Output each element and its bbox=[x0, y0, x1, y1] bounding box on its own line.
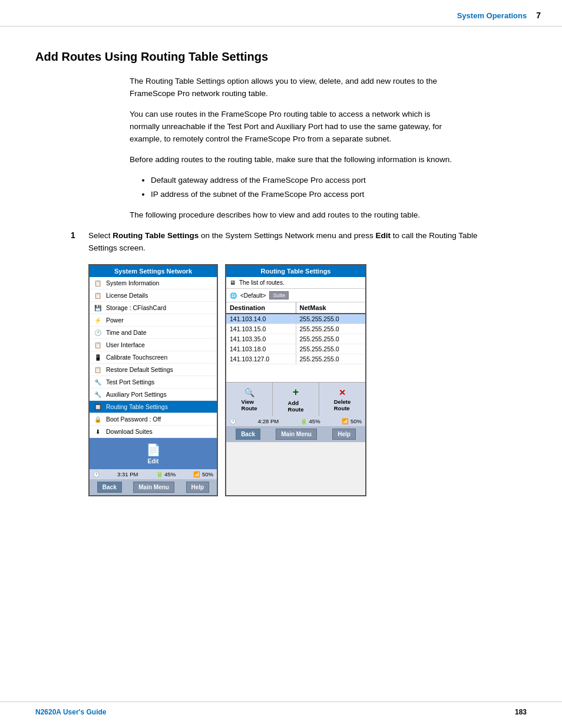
menu-item-label: Storage : CFIashCard bbox=[106, 304, 166, 311]
menu-item-label: Boot Password : Off bbox=[106, 416, 161, 423]
routing-info-icon: 🖥 bbox=[230, 279, 236, 286]
dest-1: 141.103.14.0 bbox=[226, 314, 296, 324]
menu-item-calibrate[interactable]: 📱 Calibrate Touchscreen bbox=[90, 351, 217, 364]
suite-button[interactable]: Suite bbox=[269, 291, 289, 299]
dest-4: 141.103.18.0 bbox=[226, 344, 296, 354]
menu-item-download[interactable]: ⬇ Download Suites bbox=[90, 426, 217, 438]
menu-item-routing[interactable]: 🔲 Routing Table Settings bbox=[90, 401, 217, 413]
dest-2: 141.103.15.0 bbox=[226, 324, 296, 334]
left-nav: Back Main Menu Help bbox=[90, 479, 217, 495]
paragraph-2: You can use routes in the FrameScope Pro… bbox=[130, 108, 454, 146]
menu-item-label: Auxiliary Port Settings bbox=[106, 391, 167, 398]
left-signal: 📶 50% bbox=[193, 471, 213, 477]
view-icon: 🔍 bbox=[244, 388, 254, 397]
right-clock-icon: 🕐 bbox=[230, 419, 236, 424]
calibrate-icon: 📱 bbox=[93, 353, 103, 361]
mask-5: 255.255.255.0 bbox=[296, 354, 366, 364]
step-1-row: 1 Select Routing Table Settings on the S… bbox=[71, 230, 483, 255]
right-back-btn[interactable]: Back bbox=[236, 429, 260, 440]
right-signal: 📶 50% bbox=[342, 418, 362, 424]
time-icon: 🕐 bbox=[93, 328, 103, 337]
delete-route-label: DeleteRoute bbox=[334, 398, 351, 411]
col-header-mask: NetMask bbox=[296, 302, 366, 313]
menu-item-restore[interactable]: 📋 Restore Default Settings bbox=[90, 364, 217, 376]
left-battery: 🔋 45% bbox=[156, 471, 176, 477]
edit-area[interactable]: 📄 Edit bbox=[90, 438, 217, 469]
routing-spacer bbox=[226, 364, 365, 382]
col-header-dest: Destination bbox=[226, 302, 296, 313]
add-route-btn[interactable]: + AddRoute bbox=[273, 383, 319, 416]
routing-actions: 🔍 ViewRoute + AddRoute ✕ DeleteRoute bbox=[226, 382, 365, 416]
delete-route-btn[interactable]: ✕ DeleteRoute bbox=[319, 383, 365, 416]
menu-item-aux-port[interactable]: 🔧 Auxiliary Port Settings bbox=[90, 388, 217, 401]
chapter-title: System Operations bbox=[457, 11, 527, 20]
right-device-screen: Routing Table Settings 🖥 The list of rou… bbox=[225, 264, 366, 496]
mask-3: 255.255.255.0 bbox=[296, 334, 366, 344]
menu-item-user-interface[interactable]: 📋 User Interface bbox=[90, 339, 217, 351]
footer-left: N2620A User's Guide bbox=[35, 708, 106, 716]
restore-icon: 📋 bbox=[93, 365, 103, 374]
step-number: 1 bbox=[71, 230, 88, 240]
routing-info-text: The list of routes. bbox=[239, 279, 285, 286]
menu-item-label: Routing Table Settings bbox=[106, 403, 168, 410]
main-content: Add Routes Using Routing Table Settings … bbox=[0, 27, 562, 532]
download-icon: ⬇ bbox=[93, 427, 103, 436]
dest-3: 141.103.35.0 bbox=[226, 334, 296, 344]
bullet-item-2: IP address of the subnet of the FrameSco… bbox=[151, 189, 454, 201]
left-back-btn[interactable]: Back bbox=[97, 482, 122, 493]
storage-icon: 💾 bbox=[93, 304, 103, 312]
right-main-menu-btn[interactable]: Main Menu bbox=[276, 429, 317, 440]
menu-item-storage[interactable]: 💾 Storage : CFIashCard bbox=[90, 302, 217, 314]
paragraph-3: Before adding routes to the routing tabl… bbox=[130, 154, 454, 166]
mask-1: 255.255.255.0 bbox=[296, 314, 366, 324]
left-help-btn[interactable]: Help bbox=[186, 482, 210, 493]
license-icon: 📋 bbox=[93, 291, 103, 299]
menu-item-power[interactable]: ⚡ Power bbox=[90, 314, 217, 327]
menu-item-boot-pwd[interactable]: 🔒 Boot Password : Off bbox=[90, 413, 217, 426]
edit-icon: 📄 bbox=[146, 443, 161, 457]
test-port-icon: 🔧 bbox=[93, 378, 103, 386]
menu-item-label: User Interface bbox=[106, 341, 145, 348]
right-time: 4:28 PM bbox=[258, 418, 279, 424]
section-heading: Add Routes Using Routing Table Settings bbox=[35, 50, 527, 64]
step-intro: The following procedure describes how to… bbox=[130, 209, 454, 222]
routing-table-header: Destination NetMask bbox=[226, 302, 365, 314]
routing-row-4[interactable]: 141.103.18.0 255.255.255.0 bbox=[226, 344, 365, 354]
routing-info-bar: 🖥 The list of routes. bbox=[226, 277, 365, 289]
right-help-btn[interactable]: Help bbox=[332, 429, 356, 440]
user-interface-icon: 📋 bbox=[93, 341, 103, 349]
boot-pwd-icon: 🔒 bbox=[93, 415, 103, 423]
routing-row-1[interactable]: 141.103.14.0 255.255.255.0 bbox=[226, 314, 365, 324]
menu-item-label: System Information bbox=[106, 279, 159, 286]
dest-5: 141.103.127.0 bbox=[226, 354, 296, 364]
view-route-btn[interactable]: 🔍 ViewRoute bbox=[226, 383, 273, 416]
bullet-item-1: Default gateway address of the FrameScop… bbox=[151, 174, 454, 187]
step-bold-2: Edit bbox=[375, 231, 391, 240]
add-route-label: AddRoute bbox=[288, 400, 304, 413]
suite-default-label: <Default> bbox=[240, 292, 266, 299]
page-footer: N2620A User's Guide 183 bbox=[0, 701, 562, 716]
right-screen-title: Routing Table Settings bbox=[226, 265, 365, 277]
power-icon: ⚡ bbox=[93, 316, 103, 324]
suite-network-icon: 🌐 bbox=[230, 292, 237, 299]
view-route-label: ViewRoute bbox=[242, 398, 257, 411]
right-status-bar: 🕐 4:28 PM 🔋 45% 📶 50% bbox=[226, 416, 365, 426]
clock-icon: 🕐 bbox=[93, 472, 100, 477]
menu-item-system-info[interactable]: 📋 System Information bbox=[90, 277, 217, 289]
right-battery: 🔋 45% bbox=[300, 418, 320, 424]
menu-item-label: Calibrate Touchscreen bbox=[106, 354, 167, 361]
step-text: Select Routing Table Settings on the Sys… bbox=[88, 230, 483, 255]
page-number-header: 7 bbox=[536, 11, 541, 20]
routing-row-5[interactable]: 141.103.127.0 255.255.255.0 bbox=[226, 354, 365, 364]
routing-row-2[interactable]: 141.103.15.0 255.255.255.0 bbox=[226, 324, 365, 334]
routing-row-3[interactable]: 141.103.35.0 255.255.255.0 bbox=[226, 334, 365, 344]
menu-item-time[interactable]: 🕐 Time and Date bbox=[90, 327, 217, 339]
page-header: System Operations 7 bbox=[0, 0, 562, 27]
menu-item-label: Power bbox=[106, 317, 124, 324]
routing-suite-bar: 🌐 <Default> Suite bbox=[226, 289, 365, 302]
left-time: 3:31 PM bbox=[117, 471, 138, 477]
menu-item-license[interactable]: 📋 License Details bbox=[90, 289, 217, 302]
left-status-bar: 🕐 3:31 PM 🔋 45% 📶 50% bbox=[90, 469, 217, 479]
menu-item-test-port[interactable]: 🔧 Test Port Settings bbox=[90, 376, 217, 388]
left-main-menu-btn[interactable]: Main Menu bbox=[133, 482, 174, 493]
